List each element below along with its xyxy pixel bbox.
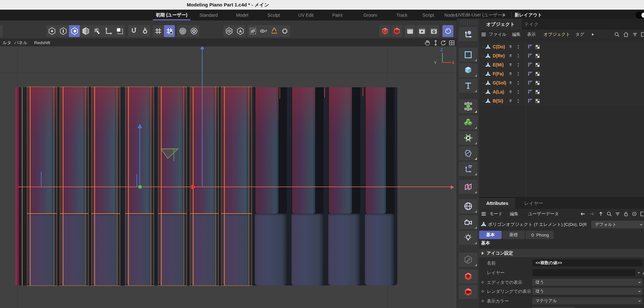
uvw-tag[interactable] (535, 71, 541, 77)
layout-tab[interactable]: Script (422, 10, 434, 21)
menu-3[interactable]: オブジェクト (544, 32, 570, 37)
pencil-icon[interactable] (641, 270, 644, 275)
uvw-tag[interactable] (535, 80, 541, 86)
display-filter-eye-button[interactable] (258, 25, 269, 37)
menu-ユーザーデータ[interactable]: ユーザーデータ (528, 211, 559, 217)
redshift-ipr-button[interactable] (391, 25, 402, 37)
viewport-settings-gear-button[interactable] (279, 25, 290, 37)
layout-tab[interactable]: UV Edit (298, 10, 313, 21)
rectangle-select-button[interactable] (459, 48, 478, 62)
viewport-solo-hex-eye-button[interactable] (223, 25, 234, 37)
object-row[interactable]: B(Si) (479, 97, 644, 106)
symmetry-button[interactable] (459, 180, 478, 194)
hide-marquee-button[interactable] (247, 25, 258, 37)
render-view-button[interactable] (404, 25, 415, 37)
layout-tab[interactable]: Groom (364, 10, 377, 21)
layer-input[interactable] (532, 269, 635, 276)
layers-icon[interactable] (507, 80, 514, 86)
render-picture-viewer-button[interactable] (416, 25, 427, 37)
uvw-tag[interactable] (535, 44, 541, 50)
layers-icon[interactable] (507, 53, 514, 59)
live-selection-button[interactable] (459, 27, 478, 41)
panel-frame-button[interactable] (640, 31, 644, 38)
toolbar-clipped-button[interactable] (0, 25, 3, 37)
camera-button[interactable] (459, 215, 478, 229)
select-2[interactable]: 従う (532, 279, 643, 286)
polygons-mode-button[interactable] (69, 25, 80, 37)
menu-overflow-button[interactable] (590, 31, 596, 38)
generator-gear-button[interactable] (459, 131, 478, 145)
object-row[interactable]: D(Re) (479, 52, 644, 61)
panel-frame-button[interactable] (639, 211, 644, 217)
dolly-arrows-button[interactable] (432, 39, 439, 46)
rs-light-button[interactable] (459, 269, 478, 284)
phong-tag[interactable] (527, 44, 533, 50)
phong-tag[interactable] (527, 89, 533, 95)
preset-dropdown[interactable]: デフォルト (591, 221, 644, 228)
visibility-dots-toggle[interactable] (515, 62, 521, 68)
icon-settings-group[interactable]: アイコン設定 (479, 249, 644, 258)
viewport-menu-item[interactable]: Redshift (34, 39, 50, 47)
model-mode-button[interactable] (80, 25, 91, 37)
auto-hex-a-button[interactable]: A (235, 25, 246, 37)
layers-icon[interactable] (507, 89, 514, 95)
layers-icon[interactable] (507, 71, 514, 77)
palette-drag-handle[interactable] (459, 20, 477, 24)
uvw-tag[interactable] (535, 62, 541, 68)
orbit-rotate-button[interactable] (440, 39, 447, 46)
object-row[interactable]: F(Fa) (479, 70, 644, 79)
keyframe-diamond-icon[interactable] (480, 280, 485, 285)
layers-icon[interactable] (507, 44, 514, 50)
layout-tab[interactable]: 初期 (ユーザー) (156, 10, 187, 21)
name-input[interactable]: <<複数の値>> (532, 259, 643, 266)
keyframe-diamond-icon[interactable] (480, 298, 485, 303)
render-settings-button[interactable] (428, 25, 439, 37)
object-row[interactable]: C(Do) (479, 43, 644, 52)
layout-tab[interactable]: Model (236, 10, 248, 21)
section-tab-2[interactable]: Phong (526, 231, 554, 239)
select-3[interactable]: 従う (532, 288, 643, 295)
keyframe-diamond-icon[interactable] (480, 289, 485, 294)
texture-mode-button[interactable] (91, 25, 102, 37)
hamburger-menu-button[interactable] (480, 31, 487, 38)
axis-mode-button[interactable] (103, 25, 114, 37)
workplane-mode-button[interactable] (114, 25, 125, 37)
grid-snap-lock-button[interactable] (164, 25, 175, 37)
snap-settings-button[interactable] (139, 25, 150, 37)
phong-tag[interactable] (527, 80, 533, 86)
filter-lines-button[interactable] (632, 31, 638, 38)
object-row[interactable]: E(Mi) (479, 61, 644, 70)
redshift-renderview-button[interactable]: RV (379, 25, 390, 37)
search-button[interactable] (606, 211, 612, 217)
snap-toggle-button[interactable] (128, 25, 139, 37)
chevron-down-icon[interactable] (636, 270, 642, 275)
object-row[interactable]: G(Sol) (479, 79, 644, 88)
phong-tag[interactable] (527, 71, 533, 77)
filter-lines-button[interactable] (614, 211, 621, 217)
menu-2[interactable]: 表示 (527, 32, 536, 37)
layout-tab[interactable]: Sculpt (268, 10, 280, 21)
visibility-dots-toggle[interactable] (515, 98, 521, 104)
visibility-dots-toggle[interactable] (515, 71, 521, 77)
target-circle-button[interactable] (631, 211, 638, 217)
recycle-refresh-button[interactable] (269, 25, 279, 37)
arrow-right-button[interactable] (589, 211, 595, 217)
gear-ring-button[interactable] (188, 25, 199, 37)
workplane-grid-button[interactable] (153, 25, 164, 37)
material-disabled-button[interactable] (459, 253, 478, 267)
phong-tag[interactable] (527, 53, 533, 59)
layout-tab[interactable]: Track (396, 10, 407, 21)
layers-icon[interactable] (507, 62, 514, 68)
visibility-dots-toggle[interactable] (515, 44, 521, 50)
array-generator-button[interactable] (459, 115, 478, 130)
menu-編集[interactable]: 編集 (510, 211, 518, 217)
viewport-menu-item[interactable]: ルタ (3, 39, 12, 47)
home-button[interactable] (623, 31, 629, 38)
tab-objects[interactable]: オブジェクト (479, 19, 522, 30)
rs-camera-button[interactable] (459, 285, 478, 299)
phong-tag[interactable] (527, 98, 533, 104)
visibility-dots-toggle[interactable] (515, 80, 521, 86)
arrow-left-button[interactable] (580, 211, 586, 217)
menu-モード[interactable]: モード (489, 211, 503, 217)
isoparms-rings-button[interactable] (177, 25, 188, 37)
